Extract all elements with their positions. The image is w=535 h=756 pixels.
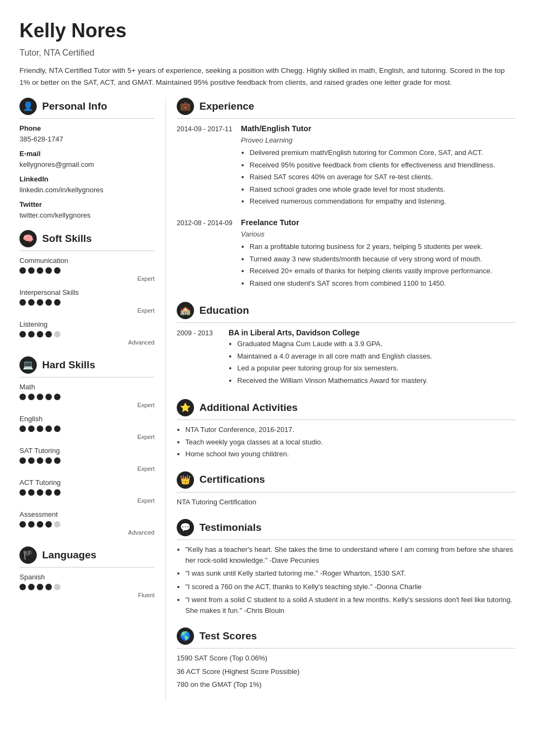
- testimonials-icon: 💬: [177, 519, 194, 536]
- exp-company: Proveo Learning: [241, 135, 516, 146]
- dot-filled: [19, 331, 26, 338]
- skill-name: Interpersonal Skills: [19, 287, 155, 298]
- dot-filled: [54, 299, 61, 306]
- skill-level: Advanced: [19, 528, 155, 537]
- education-entry: 2009 - 2013BA in Liberal Arts, Davidson …: [177, 327, 516, 387]
- testimonials-section: 💬 Testimonials "Kelly has a teacher's he…: [177, 519, 516, 616]
- dot-filled: [19, 394, 26, 400]
- personal-info-title: Personal Info: [42, 99, 107, 114]
- candidate-summary: Friendly, NTA Certified Tutor with 5+ ye…: [19, 65, 516, 88]
- exp-bullet: Raised one student's SAT scores from com…: [250, 278, 516, 289]
- skill-dots: [19, 394, 155, 400]
- soft-skills-fields: CommunicationExpertInterpersonal SkillsE…: [19, 255, 155, 347]
- dot-filled: [37, 426, 43, 432]
- dot-filled: [37, 457, 43, 464]
- skill-row: ACT TutoringExpert: [19, 477, 155, 505]
- dot-filled: [19, 426, 26, 432]
- personal-info-label: LinkedIn: [19, 174, 155, 185]
- skill-row: Interpersonal SkillsExpert: [19, 287, 155, 315]
- dot-filled: [28, 331, 35, 338]
- exp-content: Freelance TutorVariousRan a profitable t…: [241, 217, 516, 290]
- edu-degree: BA in Liberal Arts, Davidson College: [229, 327, 516, 339]
- experience-header: 💼 Experience: [177, 98, 516, 119]
- dot-filled: [54, 267, 61, 274]
- skill-name: SAT Tutoring: [19, 446, 155, 456]
- cert-item: NTA Tutoring Certification: [177, 497, 516, 508]
- test-scores-header: 🌎 Test Scores: [177, 627, 516, 649]
- dot-filled: [19, 489, 26, 496]
- exp-job-title: Freelance Tutor: [241, 217, 516, 229]
- dot-filled: [45, 584, 52, 590]
- hard-skills-title: Hard Skills: [42, 357, 95, 373]
- dot-filled: [54, 457, 61, 464]
- testimonial-bullet: "Kelly has a teacher's heart. She takes …: [185, 544, 516, 565]
- skill-row: ListeningAdvanced: [19, 319, 155, 347]
- experience-icon: 💼: [177, 98, 194, 115]
- hard-skills-section: 💻 Hard Skills MathExpertEnglishExpertSAT…: [19, 356, 155, 537]
- activities-section: ⭐ Additional Activities NTA Tutor Confer…: [177, 399, 516, 460]
- exp-bullet: Delivered premium math/English tutoring …: [250, 147, 516, 158]
- skill-name: Assessment: [19, 509, 155, 520]
- dot-filled: [28, 521, 35, 528]
- education-icon: 🏫: [177, 302, 194, 319]
- activities-title: Additional Activities: [199, 400, 298, 416]
- skill-level: Expert: [19, 433, 155, 442]
- dot-filled: [28, 267, 35, 274]
- testimonials-header: 💬 Testimonials: [177, 519, 516, 540]
- candidate-title: Tutor, NTA Certified: [19, 46, 516, 59]
- skill-row: EnglishExpert: [19, 414, 155, 441]
- dot-filled: [45, 394, 52, 400]
- personal-info-value: twitter.com/kellygnores: [19, 210, 155, 221]
- right-column: 💼 Experience 2014-09 - 2017-11Math/Engli…: [165, 98, 516, 702]
- certifications-section: 👑 Certifications NTA Tutoring Certificat…: [177, 471, 516, 508]
- dot-filled: [37, 299, 43, 306]
- edu-bullet: Maintained a 4.0 average in all core mat…: [237, 351, 516, 362]
- edu-dates: 2009 - 2013: [177, 327, 220, 387]
- dot-filled: [28, 426, 35, 432]
- education-section: 🏫 Education 2009 - 2013BA in Liberal Art…: [177, 302, 516, 387]
- dot-filled: [28, 489, 35, 496]
- dot-filled: [37, 521, 43, 528]
- skill-name: English: [19, 414, 155, 424]
- dot-filled: [54, 489, 61, 496]
- skill-dots: [19, 331, 155, 338]
- exp-content: Math/English TutorProveo LearningDeliver…: [241, 123, 516, 208]
- dot-filled: [19, 457, 26, 464]
- soft-skills-icon: 🧠: [19, 230, 37, 247]
- dot-filled: [45, 331, 52, 338]
- exp-bullet: Raised SAT scores 40% on average for SAT…: [250, 172, 516, 183]
- edu-bullet: Led a popular peer tutoring group for si…: [237, 363, 516, 374]
- languages-title: Languages: [42, 548, 96, 563]
- activities-bullets: NTA Tutor Conference, 2016-2017.Teach we…: [177, 424, 516, 460]
- test-scores-icon: 🌎: [177, 627, 194, 645]
- education-entries: 2009 - 2013BA in Liberal Arts, Davidson …: [177, 327, 516, 387]
- dot-filled: [54, 394, 61, 400]
- dot-empty: [54, 521, 61, 528]
- dot-filled: [37, 331, 43, 338]
- skill-name: Communication: [19, 255, 155, 266]
- dot-filled: [37, 394, 43, 400]
- exp-job-title: Math/English Tutor: [241, 123, 516, 135]
- dot-filled: [54, 426, 61, 432]
- languages-header: 🏴 Languages: [19, 546, 155, 568]
- dot-filled: [37, 584, 43, 590]
- experience-entry: 2012-08 - 2014-09Freelance TutorVariousR…: [177, 217, 516, 290]
- skill-level: Expert: [19, 496, 155, 505]
- education-header: 🏫 Education: [177, 302, 516, 323]
- testimonials-title: Testimonials: [199, 520, 262, 536]
- activity-bullet: NTA Tutor Conference, 2016-2017.: [185, 424, 516, 435]
- education-title: Education: [199, 303, 249, 319]
- exp-bullets: Delivered premium math/English tutoring …: [241, 147, 516, 207]
- skill-name: Spanish: [19, 572, 155, 583]
- exp-dates: 2014-09 - 2017-11: [177, 123, 232, 208]
- skill-row: SAT TutoringExpert: [19, 446, 155, 473]
- experience-title: Experience: [199, 99, 254, 114]
- exp-dates: 2012-08 - 2014-09: [177, 217, 232, 290]
- activity-bullet: Home school two young children.: [185, 449, 516, 460]
- dot-filled: [28, 584, 35, 590]
- skill-level: Expert: [19, 401, 155, 410]
- test-scores-section: 🌎 Test Scores 1590 SAT Score (Top 0.06%)…: [177, 627, 516, 690]
- exp-bullet: Raised school grades one whole grade lev…: [250, 184, 516, 195]
- dot-empty: [54, 584, 61, 590]
- hard-skills-header: 💻 Hard Skills: [19, 356, 155, 377]
